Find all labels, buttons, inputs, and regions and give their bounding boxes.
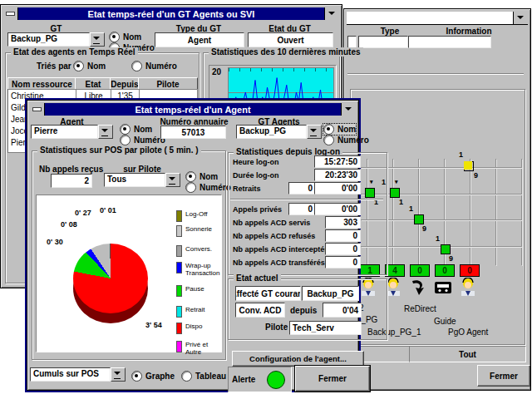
- radio-icon: [323, 124, 334, 135]
- type-field[interactable]: [358, 36, 408, 48]
- agent-combobox-value: Pierre: [31, 125, 98, 139]
- pilote-numero-radio[interactable]: Numéro: [185, 182, 231, 193]
- system-menu-icon[interactable]: [3, 7, 18, 20]
- radio-icon: [73, 61, 84, 71]
- name-field-clipped[interactable]: [347, 36, 357, 48]
- window-agent-realtime: Etat temps-réel d'un Agent Agent Pierre …: [27, 100, 359, 391]
- legend-item-prive: Privé et Autre: [176, 341, 221, 356]
- radio-label: Nom: [337, 125, 356, 134]
- stat-label: Heure log-on: [233, 158, 279, 166]
- radio-label: Nom: [200, 172, 218, 181]
- combo-arrow-icon[interactable]: [165, 173, 180, 187]
- window-menu-arrow-icon[interactable]: [324, 7, 339, 20]
- radio-icon: [131, 371, 142, 382]
- combo-arrow-icon[interactable]: [98, 125, 113, 139]
- node-square-green[interactable]: [390, 188, 400, 198]
- legend-swatch: [176, 210, 182, 222]
- nb-appels-label: Nb appels reçus: [39, 165, 103, 174]
- information-column-label: Information: [423, 27, 515, 36]
- graphe-radio[interactable]: Graphe: [131, 371, 175, 382]
- numero-annuaire-field[interactable]: 57013: [160, 126, 226, 139]
- legend-label: Dispo: [185, 323, 202, 330]
- pilote-value: Tech_Serv: [293, 323, 334, 332]
- queue-counter: 4: [385, 264, 405, 277]
- stat-field: 0: [288, 182, 316, 195]
- node-square-green[interactable]: [414, 214, 424, 224]
- sur-pilote-combobox[interactable]: Tous: [104, 173, 180, 187]
- radio-label: Nom: [134, 125, 152, 134]
- conv-acd-label: Conv. ACD: [239, 306, 281, 315]
- agents-group-title: Etat des agents en Temps Réel: [11, 47, 138, 57]
- radio-label: Numéro: [145, 62, 177, 71]
- queue-counter: 0: [435, 264, 455, 277]
- system-menu-icon[interactable]: [30, 103, 45, 116]
- conv-acd-box[interactable]: Conv. ACD: [235, 303, 285, 318]
- etat-actuel-title: Etat actuel: [234, 273, 281, 283]
- pie-value-sonnerie: 0' 01: [100, 206, 116, 214]
- pie-value-pause: 0' 30: [47, 238, 63, 246]
- agent-nom-radio[interactable]: Nom: [120, 124, 152, 135]
- tries-nom-radio[interactable]: Nom: [73, 61, 106, 71]
- tries-par-label: Triés par: [37, 62, 71, 71]
- redirect-icon[interactable]: [408, 278, 428, 298]
- divider: [347, 73, 524, 75]
- gt-titlebar[interactable]: Etat temps-réel d'un GT Agents ou SVI: [3, 7, 339, 20]
- nb-appels-field[interactable]: 2: [51, 174, 92, 188]
- information-field[interactable]: [408, 36, 491, 48]
- affecte-gt-value-box[interactable]: Backup_PG: [302, 286, 359, 301]
- gtagents-numero-radio[interactable]: Numéro: [323, 135, 369, 145]
- stats-divider: [230, 199, 383, 200]
- monitor-fermer-button[interactable]: Fermer: [477, 365, 530, 387]
- depuis-field: 0'04: [323, 303, 362, 318]
- guide-tape-icon[interactable]: [433, 278, 453, 298]
- node-count-bottom: 9: [474, 171, 478, 180]
- window-menu-arrow-icon[interactable]: [341, 103, 356, 116]
- agent-numero-radio[interactable]: Numéro: [120, 135, 165, 145]
- gt-agents-combobox[interactable]: Backup_PG: [236, 125, 322, 139]
- combo-arrow-icon[interactable]: [111, 367, 126, 382]
- cumuls-combobox[interactable]: Cumuls sur POS: [30, 367, 126, 382]
- type-column-label: Type: [369, 27, 411, 36]
- radio-label: Tableau: [195, 372, 226, 381]
- node-square-green[interactable]: [441, 244, 451, 254]
- agent-fermer-button[interactable]: Fermer: [295, 366, 370, 392]
- stat-value: 15:27:50: [324, 157, 357, 166]
- type-du-gt-field: Agent: [155, 32, 244, 47]
- pilote-nom-radio[interactable]: Nom: [185, 171, 218, 182]
- stat-field: 0: [325, 229, 361, 242]
- legend-item-sonnerie: Sonnerie: [176, 225, 212, 237]
- radio-label: Numéro: [337, 135, 369, 145]
- affecte-gt-courant-box[interactable]: Affecté GT courant: [235, 286, 301, 301]
- header-label: Etat: [86, 80, 101, 89]
- legend-item-logoff: Log-Off: [176, 210, 208, 222]
- combo-arrow-icon[interactable]: [307, 125, 322, 139]
- window-menu-arrow-icon[interactable]: [513, 12, 528, 24]
- alert-status-icon: [267, 371, 285, 389]
- agent-combobox[interactable]: Pierre: [31, 125, 113, 139]
- counter-value: 0: [417, 266, 422, 275]
- agent-icon[interactable]: [458, 278, 478, 298]
- radio-icon: [185, 182, 196, 193]
- gt-combobox[interactable]: Backup_PG: [7, 32, 105, 47]
- grid-vline: [470, 159, 470, 265]
- legend-label: Pause: [185, 285, 204, 293]
- gt-sort-nom-radio[interactable]: Nom: [109, 32, 141, 42]
- numero-annuaire-value: 57013: [182, 128, 205, 137]
- pilote-field[interactable]: Tech_Serv: [289, 321, 362, 335]
- agent-titlebar[interactable]: Etat temps-réel d'un Agent: [30, 103, 356, 116]
- legend-label: Log-Off: [185, 210, 208, 218]
- legend-label: Sonnerie: [185, 225, 212, 233]
- combo-arrow-icon[interactable]: [90, 32, 105, 47]
- scope-cell-tout[interactable]: Tout: [409, 346, 526, 362]
- stat-field: 20:23'30: [314, 169, 361, 181]
- stat-value: 0: [352, 231, 357, 240]
- stat-value: 0: [352, 258, 357, 267]
- stat-value: 0: [308, 184, 313, 193]
- logon-stats-group: Statistiques depuis log-on Heure log-on …: [228, 152, 387, 275]
- tableau-radio[interactable]: Tableau: [181, 371, 226, 382]
- monitor-titlebar[interactable]: [347, 12, 528, 25]
- configuration-agent-button[interactable]: Configuration de l'agent...: [232, 351, 364, 367]
- tries-numero-radio[interactable]: Numéro: [131, 61, 177, 71]
- gtagents-nom-radio[interactable]: Nom: [323, 124, 356, 135]
- node-marker-icon: ▾: [395, 179, 398, 185]
